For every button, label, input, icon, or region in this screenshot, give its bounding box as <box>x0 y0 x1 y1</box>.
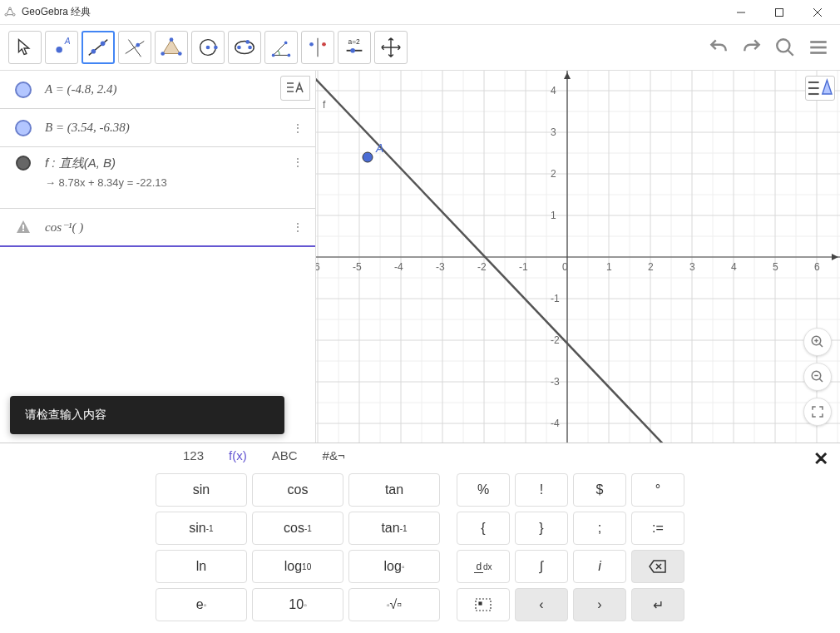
zoom-in-button[interactable] <box>803 328 832 356</box>
svg-point-31 <box>322 42 326 47</box>
tool-move-view[interactable] <box>374 31 408 64</box>
svg-text:1: 1 <box>606 261 612 273</box>
algebra-sort-button[interactable] <box>280 76 310 101</box>
tab-abc[interactable]: ABC <box>272 448 298 462</box>
key-left[interactable]: ‹ <box>515 588 568 621</box>
tab-123[interactable]: 123 <box>183 448 204 462</box>
key-log10[interactable]: log10 <box>252 550 343 583</box>
key-sin[interactable]: sin <box>156 473 247 507</box>
svg-point-11 <box>101 42 106 47</box>
key-lbrace[interactable]: { <box>457 512 510 545</box>
svg-text:3: 3 <box>689 261 695 273</box>
keyboard-tabs: 123 f(x) ABC #&¬ ✕ <box>0 443 840 467</box>
key-enter[interactable]: ↵ <box>631 588 684 621</box>
row-menu-button[interactable]: ⋮ <box>285 156 310 169</box>
tool-angle[interactable] <box>264 31 298 64</box>
algebra-row-input[interactable]: cos⁻¹( ) ⋮ <box>0 209 315 247</box>
svg-text:A: A <box>64 37 71 46</box>
zoom-out-button[interactable] <box>803 363 832 391</box>
key-10pow[interactable]: 10▫ <box>252 588 343 621</box>
svg-point-16 <box>170 37 174 42</box>
graphics-view[interactable]: -6-5-4-3-2-10123456 -4-3-2-11234 f A <box>316 71 840 443</box>
svg-text:-3: -3 <box>551 376 560 388</box>
svg-point-20 <box>206 46 210 50</box>
key-nroot[interactable]: ▫√▫ <box>348 588 440 621</box>
graphics-stylebar-button[interactable] <box>805 76 835 101</box>
menu-button[interactable] <box>805 34 832 61</box>
redo-button[interactable] <box>739 34 765 61</box>
key-ln[interactable]: ln <box>156 550 247 583</box>
svg-line-36 <box>788 50 793 56</box>
close-button[interactable] <box>798 0 837 25</box>
svg-text:-6: -6 <box>316 261 320 273</box>
svg-point-7 <box>56 47 62 53</box>
key-factorial[interactable]: ! <box>515 473 568 507</box>
svg-text:4: 4 <box>731 261 737 273</box>
visibility-toggle[interactable] <box>5 82 42 98</box>
fullscreen-button[interactable] <box>803 398 832 426</box>
row-menu-button[interactable]: ⋮ <box>285 121 310 135</box>
svg-text:-1: -1 <box>519 261 528 273</box>
svg-text:-3: -3 <box>436 261 445 273</box>
tool-line[interactable] <box>82 31 115 64</box>
undo-button[interactable] <box>705 34 732 61</box>
algebra-row-B[interactable]: B = (3.54, -6.38) ⋮ <box>0 109 315 147</box>
key-backspace[interactable] <box>631 550 684 583</box>
error-toast: 请检查输入内容 <box>10 396 284 434</box>
key-rbrace[interactable]: } <box>515 512 568 545</box>
svg-point-17 <box>178 52 182 56</box>
minimize-button[interactable] <box>722 0 760 25</box>
key-degree[interactable]: ° <box>631 473 684 507</box>
object-definition: A = (-4.8, 2.4) <box>42 82 310 96</box>
tab-fx[interactable]: f(x) <box>229 448 247 462</box>
key-tan[interactable]: tan <box>348 473 440 507</box>
tool-point[interactable]: A <box>45 31 78 64</box>
algebra-row-f[interactable]: f : 直线(A, B) → 8.78x + 8.34y = -22.13 ⋮ <box>0 147 315 209</box>
keyboard-close-button[interactable]: ✕ <box>813 448 828 470</box>
key-epow[interactable]: e▫ <box>156 588 247 621</box>
key-asin[interactable]: sin-1 <box>156 512 247 545</box>
svg-text:2: 2 <box>551 168 556 180</box>
tool-reflect[interactable] <box>301 31 334 64</box>
tool-circle[interactable] <box>191 31 225 64</box>
virtual-keyboard: 123 f(x) ABC #&¬ ✕ sin cos tan sin-1 cos… <box>0 443 840 633</box>
key-ddx[interactable]: ddx <box>457 550 510 583</box>
maximize-button[interactable] <box>760 0 798 25</box>
graph-canvas[interactable]: -6-5-4-3-2-10123456 -4-3-2-11234 f A <box>316 71 840 443</box>
main-area: A = (-4.8, 2.4) B = (3.54, -6.38) ⋮ f : … <box>0 71 840 443</box>
svg-text:4: 4 <box>551 85 556 96</box>
visibility-toggle[interactable] <box>5 120 42 136</box>
key-acos[interactable]: cos-1 <box>252 512 343 545</box>
svg-text:-2: -2 <box>551 334 560 346</box>
tool-perpendicular[interactable] <box>118 31 151 64</box>
svg-point-2 <box>12 13 15 16</box>
svg-rect-4 <box>776 8 783 16</box>
svg-rect-145 <box>476 599 491 611</box>
svg-point-18 <box>161 52 165 56</box>
key-percent[interactable]: % <box>457 473 510 507</box>
key-i[interactable]: i <box>573 550 626 583</box>
svg-point-131 <box>363 152 373 162</box>
key-cos[interactable]: cos <box>252 473 343 507</box>
zoom-controls <box>803 328 832 426</box>
tool-ellipse[interactable] <box>228 31 261 64</box>
visibility-toggle[interactable] <box>5 156 42 171</box>
key-scan[interactable] <box>457 588 510 621</box>
search-button[interactable] <box>772 34 798 61</box>
tab-sym[interactable]: #&¬ <box>323 448 345 462</box>
algebra-row-A[interactable]: A = (-4.8, 2.4) <box>0 71 315 109</box>
tool-polygon[interactable] <box>155 31 188 64</box>
key-semicolon[interactable]: ; <box>573 512 626 545</box>
input-expression[interactable]: cos⁻¹( ) <box>42 220 285 235</box>
key-assign[interactable]: := <box>631 512 684 545</box>
row-menu-button[interactable]: ⋮ <box>285 220 310 234</box>
tool-move[interactable] <box>8 31 42 64</box>
key-atan[interactable]: tan-1 <box>348 512 440 545</box>
tool-slider[interactable]: a=2 <box>338 31 371 64</box>
svg-text:6: 6 <box>814 261 820 273</box>
key-right[interactable]: › <box>573 588 626 621</box>
key-dollar[interactable]: $ <box>573 473 626 507</box>
key-integral[interactable]: ∫ <box>515 550 568 583</box>
key-logb[interactable]: log▫ <box>348 550 440 583</box>
point-label: A <box>375 141 383 155</box>
